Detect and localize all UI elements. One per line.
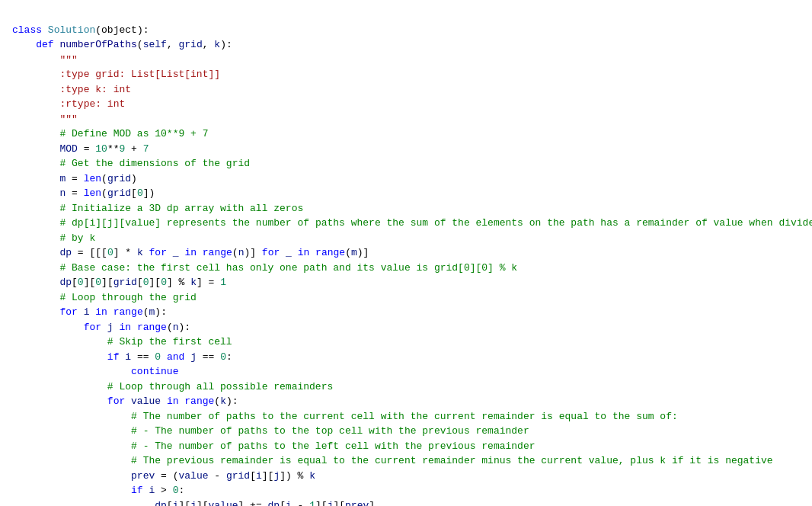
code-editor: class Solution(object): def numberOfPath…	[0, 0, 812, 506]
line-1: class Solution(object): def numberOfPath…	[12, 24, 812, 507]
